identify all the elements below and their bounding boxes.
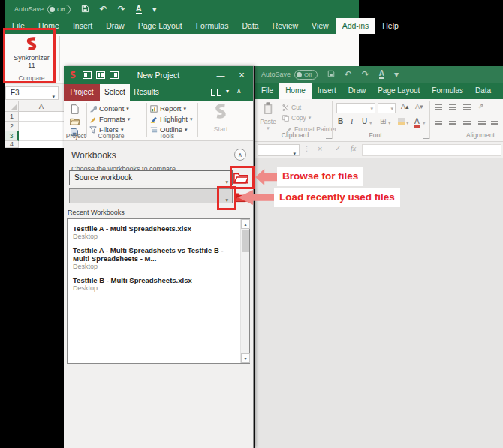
window-arrange-icon[interactable] [211,89,221,96]
borders-button[interactable]: ⊞ [380,117,386,125]
dialog-view-dropdown-icon[interactable]: ▾ [226,88,229,95]
font-name-select[interactable]: ▾ [336,103,375,113]
target-workbook-dropdown[interactable]: ▾ [69,188,233,203]
formats-dropdown-icon: ▾ [128,116,131,122]
report-dropdown-icon: ▾ [184,106,187,112]
align-top-icon[interactable] [435,104,442,110]
win2-tab-insert[interactable]: Insert [312,83,342,99]
win2-save-icon[interactable] [327,70,335,79]
underline-button[interactable]: U [362,117,367,125]
recent-item[interactable]: Testfile A - Multi Spreadsheets.xlsx Des… [73,224,240,241]
tab-formulas[interactable]: Formulas [189,18,236,34]
row-header-2[interactable]: 2 [5,122,19,131]
align-middle-icon[interactable] [449,104,456,110]
dialog-ribbon-sep-1 [86,103,87,137]
tab-add-ins[interactable]: Add-ins [336,18,376,34]
scroll-thumb[interactable] [242,230,249,252]
font-color-button[interactable]: A [414,117,420,128]
save-icon[interactable] [81,5,89,14]
win2-undo-icon[interactable]: ↶ [345,70,352,79]
redo-icon[interactable]: ↷ [118,5,125,14]
tab-insert[interactable]: Insert [66,18,99,34]
win2-tab-file[interactable]: File [255,83,279,99]
tab-draw[interactable]: Draw [99,18,131,34]
align-right-icon[interactable] [463,119,471,125]
name-box[interactable]: F3▾ [5,86,59,100]
win2-name-box-dropdown-icon[interactable]: ▾ [293,149,296,159]
collapse-ribbon-icon[interactable]: ∧ [236,87,242,95]
highlight-dropdown-icon: ▾ [190,116,193,122]
font-size-select[interactable]: ▾ [378,103,396,113]
dialog-close-button[interactable]: × [232,66,252,84]
copy-button[interactable]: Copy▾ [282,114,311,122]
tab-review[interactable]: Review [266,18,305,34]
align-center-icon[interactable] [449,119,456,125]
highlight-menu-button[interactable]: Highlight▾ [150,115,192,123]
font-color-dropdown-icon[interactable]: ▾ [423,120,426,126]
row-header-4[interactable]: 4 [5,141,19,148]
bold-button[interactable]: B [338,117,343,125]
win2-autosave-toggle[interactable]: AutoSave Off [261,70,318,80]
orientation-icon[interactable]: ⇗ [478,102,484,110]
win2-underline-icon[interactable]: A [379,70,384,79]
list-scrollbar[interactable]: ▴ ▾ [240,219,249,363]
grow-font-button[interactable]: A▴ [401,103,409,110]
column-header-a[interactable]: A [19,101,65,112]
confirm-entry-icon[interactable]: ✓ [335,144,341,152]
win2-tab-draw[interactable]: Draw [342,83,372,99]
dialog-title-bar[interactable]: New Project — × [64,66,253,84]
collapse-section-button[interactable]: ∧ [234,149,246,161]
dialog-group-tools: Tools [150,132,183,140]
win2-tab-page-layout[interactable]: Page Layout [372,83,426,99]
increase-indent-icon[interactable] [491,119,498,125]
recent-item[interactable]: Testfile A - Multi Spreadsheets vs Testf… [73,246,240,271]
quick-access-dropdown-icon[interactable]: ▾ [152,5,157,14]
formats-menu-button[interactable]: Formats▾ [89,115,130,123]
source-workbook-dropdown[interactable]: Source workbook ▾ [69,170,233,185]
dialog-tab-select[interactable]: Select [100,84,130,101]
shrink-font-button[interactable]: A▾ [415,103,423,110]
win2-tab-review[interactable]: Review [497,83,503,99]
win2-tab-home[interactable]: Home [279,83,312,99]
ribbon-group-separator [59,36,60,81]
row-header-1[interactable]: 1 [5,112,19,122]
start-button[interactable]: Start [205,103,236,137]
win2-quick-access-dropdown-icon[interactable]: ▾ [394,70,399,79]
report-menu-button[interactable]: Report▾ [150,104,186,113]
win2-tab-data[interactable]: Data [469,83,497,99]
underline-dropdown-icon[interactable]: ▾ [369,120,372,126]
scroll-down-button[interactable]: ▾ [241,353,250,363]
tab-page-layout[interactable]: Page Layout [131,18,189,34]
align-bottom-icon[interactable] [463,104,471,110]
cancel-entry-icon[interactable]: × [318,144,322,153]
scroll-up-button[interactable]: ▴ [241,219,250,229]
cut-button[interactable]: Cut [282,104,301,111]
italic-button[interactable]: I [351,117,353,125]
tab-data[interactable]: Data [235,18,265,34]
win2-name-box[interactable]: ▾ [258,144,300,156]
insert-function-icon[interactable]: fx [351,144,356,152]
font-group-label: Font [353,131,398,139]
select-all-corner[interactable] [5,101,19,112]
borders-dropdown-icon[interactable]: ▾ [388,120,391,126]
recent-item[interactable]: Testfile B - Multi Spreadsheets.xlsx Des… [73,276,240,293]
browse-annotation-label: Browse for files [277,167,363,186]
tab-help[interactable]: Help [375,18,405,34]
dialog-tab-project[interactable]: Project [64,84,100,101]
win2-tab-formulas[interactable]: Formulas [426,83,469,99]
win2-title-bar: AutoSave Off ↶ ↷ A ▾ [255,66,503,83]
underline-icon[interactable]: A [136,5,142,14]
dialog-tabs: Project Select Results ▾ ∧ [64,84,253,101]
dialog-minimize-button[interactable]: — [211,66,230,84]
win2-redo-icon[interactable]: ↷ [362,70,369,79]
align-left-icon[interactable] [435,119,442,125]
decrease-indent-icon[interactable] [478,119,486,125]
dialog-tab-results[interactable]: Results [130,84,163,101]
content-menu-button[interactable]: Content▾ [89,104,129,113]
fill-color-button[interactable] [398,118,405,125]
undo-icon[interactable]: ↶ [100,5,107,14]
formula-input[interactable] [362,144,501,156]
tab-view[interactable]: View [305,18,336,34]
autosave-toggle[interactable]: AutoSave Off [14,5,71,14]
fill-color-dropdown-icon[interactable]: ▾ [406,120,409,126]
